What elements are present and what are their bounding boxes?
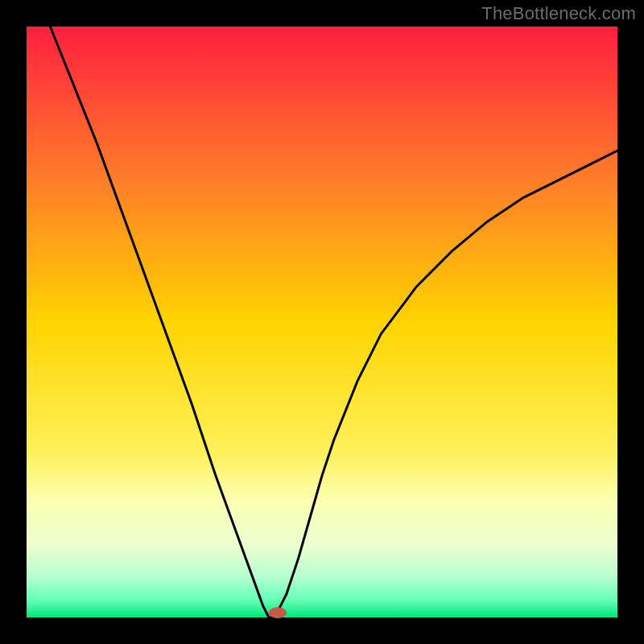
chart-stage: TheBottleneck.com bbox=[0, 0, 644, 644]
min-marker bbox=[269, 607, 287, 618]
chart-svg bbox=[0, 0, 644, 644]
plot-background bbox=[27, 27, 617, 617]
